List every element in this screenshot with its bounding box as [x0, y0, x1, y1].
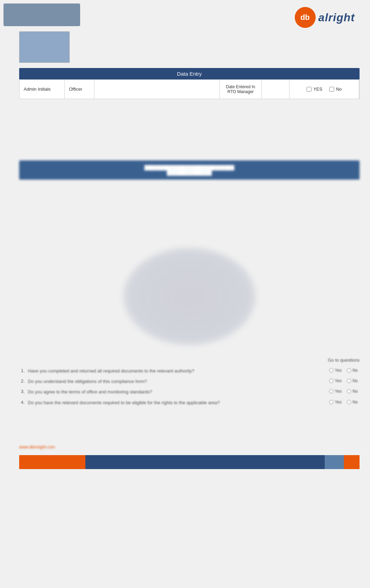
yes-checkbox[interactable]	[307, 87, 311, 92]
watermark-circle	[123, 248, 256, 345]
question-item-4: 4. Do you have the relevant documents re…	[19, 400, 360, 406]
data-entry-section: Data Entry Admin Initials Officer Date E…	[19, 68, 360, 99]
question-text-3: Do you agree to the terms of office and …	[28, 389, 313, 395]
question-options-4: Yes No	[313, 400, 358, 405]
q1-yes[interactable]: Yes	[329, 368, 342, 373]
officer-cell: Officer	[65, 80, 94, 99]
q1-no[interactable]: No	[347, 368, 358, 373]
question-options-3: Yes No	[313, 389, 358, 394]
question-number-2: 2.	[21, 378, 28, 384]
date-entered-cell: Date Entered In RTO Manager	[220, 80, 262, 99]
q2-yes-radio[interactable]	[329, 379, 333, 383]
question-options-2: Yes No	[313, 378, 358, 383]
q1-no-radio[interactable]	[347, 368, 351, 372]
nav-previous-button[interactable]	[19, 455, 85, 469]
q2-yes[interactable]: Yes	[329, 378, 342, 383]
q4-no[interactable]: No	[347, 400, 358, 405]
nav-progress-bar	[85, 455, 325, 469]
question-number-3: 3.	[21, 389, 28, 394]
yes-no-cell: YES No	[290, 80, 359, 99]
question-text-1: Have you completed and returned all requ…	[28, 368, 313, 374]
q4-yes[interactable]: Yes	[329, 400, 342, 405]
nav-next-button[interactable]	[344, 455, 360, 469]
question-number-4: 4.	[21, 400, 28, 405]
questions-section: Go to questions 1. Have you completed an…	[19, 357, 360, 410]
data-entry-row: Admin Initials Officer Date Entered In R…	[19, 80, 360, 99]
question-text-2: Do you understand the obligations of thi…	[28, 378, 313, 385]
question-text-4: Do you have the relevant documents requi…	[28, 400, 313, 406]
blue-banner: ████████████████████████████████████████…	[19, 160, 360, 180]
q3-yes-radio[interactable]	[329, 389, 333, 393]
admin-initials-cell: Admin Initials	[20, 80, 65, 99]
no-checkbox[interactable]	[329, 87, 334, 92]
no-label: No	[336, 86, 342, 92]
bottom-link[interactable]: www.dbinsight.com	[19, 445, 55, 450]
nav-indicator	[325, 455, 344, 469]
header-background	[3, 3, 80, 26]
question-item-3: 3. Do you agree to the terms of office a…	[19, 389, 360, 395]
q4-no-radio[interactable]	[347, 400, 351, 404]
officer-label: Officer	[69, 86, 82, 92]
q2-no-radio[interactable]	[347, 379, 351, 383]
logo-circle: db	[295, 7, 316, 28]
question-item-2: 2. Do you understand the obligations of …	[19, 378, 360, 385]
q3-no-radio[interactable]	[347, 389, 351, 393]
nav-bar	[19, 455, 360, 469]
logo-text: alright	[318, 11, 355, 24]
photo-placeholder	[19, 31, 70, 63]
q1-yes-radio[interactable]	[329, 368, 333, 372]
empty-field-1	[94, 80, 220, 99]
question-options-1: Yes No	[313, 368, 358, 373]
question-header: Go to questions	[19, 357, 360, 363]
q2-no[interactable]: No	[347, 378, 358, 383]
yes-option[interactable]: YES	[307, 86, 322, 92]
question-number-1: 1.	[21, 368, 28, 373]
data-entry-label: Data Entry	[177, 71, 202, 77]
logo: db alright	[290, 5, 360, 30]
yes-label: YES	[313, 86, 322, 92]
logo-circle-text: db	[300, 13, 310, 22]
admin-initials-label: Admin Initials	[24, 86, 51, 92]
data-entry-header: Data Entry	[19, 68, 360, 80]
date-entered-label: Date Entered In RTO Manager	[224, 84, 257, 94]
blue-banner-text: ████████████████████████████████████████…	[145, 165, 234, 175]
question-item-1: 1. Have you completed and returned all r…	[19, 368, 360, 374]
date-value-cell	[262, 80, 290, 99]
q3-yes[interactable]: Yes	[329, 389, 342, 394]
q4-yes-radio[interactable]	[329, 400, 333, 404]
no-option[interactable]: No	[329, 86, 342, 92]
q3-no[interactable]: No	[347, 389, 358, 394]
